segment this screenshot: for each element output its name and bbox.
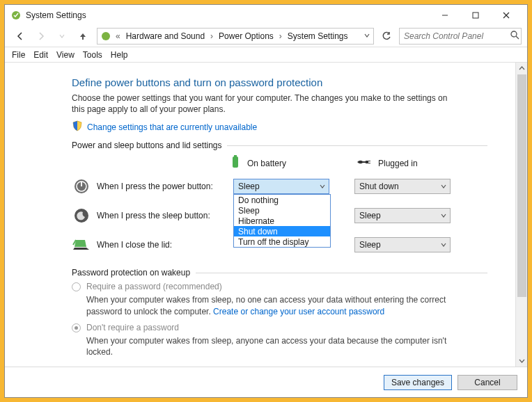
dropdown-list: Do nothing Sleep Hibernate Shut down Tur… xyxy=(233,194,331,248)
dropdown-option[interactable]: Hibernate xyxy=(234,216,330,226)
search-box[interactable] xyxy=(399,28,522,45)
battery-icon xyxy=(230,154,240,172)
svg-rect-10 xyxy=(366,161,368,163)
svg-rect-9 xyxy=(234,155,237,156)
search-input[interactable] xyxy=(402,31,510,42)
chevron-left-icon: « xyxy=(114,31,122,41)
cancel-button[interactable]: Cancel xyxy=(457,375,517,390)
section-title: Password protection on wakeup xyxy=(72,268,190,278)
dropdown-option[interactable]: Do nothing xyxy=(234,195,330,205)
row-label: When I press the power button: xyxy=(97,182,228,191)
col-plugged-in: Plugged in xyxy=(378,159,418,168)
lid-icon xyxy=(72,238,91,252)
menu-bar: File Edit View Tools Help xyxy=(5,47,527,62)
scroll-pane: Define power buttons and turn on passwor… xyxy=(5,62,515,367)
maximize-button[interactable] xyxy=(460,6,491,25)
dropdown-option[interactable]: Turn off the display xyxy=(234,236,330,247)
dropdown-option[interactable]: Sleep xyxy=(234,205,330,216)
minimize-button[interactable] xyxy=(430,6,460,25)
save-button[interactable]: Save changes xyxy=(384,375,452,390)
forward-button[interactable] xyxy=(31,27,51,45)
svg-rect-2 xyxy=(473,13,478,18)
footer: Save changes Cancel xyxy=(5,367,527,397)
menu-edit[interactable]: Edit xyxy=(33,50,48,60)
page-heading: Define power buttons and turn on passwor… xyxy=(72,77,487,88)
divider xyxy=(196,273,487,273)
chevron-down-icon xyxy=(440,211,447,221)
radio-description: When your computer wakes from sleep, no … xyxy=(86,294,448,316)
lid-plugged-select[interactable]: Sleep xyxy=(354,237,451,252)
breadcrumb-icon xyxy=(100,31,111,42)
selected-value: Shut down xyxy=(359,182,399,191)
menu-tools[interactable]: Tools xyxy=(83,50,102,60)
row-label: When I close the lid: xyxy=(97,240,228,250)
scroll-up-icon[interactable] xyxy=(516,63,527,74)
up-button[interactable] xyxy=(73,27,93,45)
svg-line-7 xyxy=(516,36,519,39)
breadcrumb-item[interactable]: System Settings xyxy=(286,31,350,41)
col-on-battery: On battery xyxy=(247,159,286,168)
menu-view[interactable]: View xyxy=(56,50,75,60)
breadcrumb[interactable]: « Hardware and Sound › Power Options › S… xyxy=(97,28,374,45)
window: System Settings « Hardware and Sound › P… xyxy=(4,4,528,398)
change-settings-link[interactable]: Change settings that are currently unava… xyxy=(87,122,257,132)
menu-help[interactable]: Help xyxy=(111,50,128,60)
app-icon xyxy=(10,10,22,21)
radio-label: Don't require a password xyxy=(86,323,179,332)
chevron-down-icon[interactable] xyxy=(363,31,370,41)
scroll-down-icon[interactable] xyxy=(516,355,527,367)
chevron-down-icon xyxy=(440,241,447,250)
sleep-button-plugged-select[interactable]: Sleep xyxy=(354,208,451,223)
svg-rect-8 xyxy=(233,156,238,168)
back-button[interactable] xyxy=(10,27,30,45)
radio-label: Require a password (recommended) xyxy=(86,282,222,291)
svg-line-3 xyxy=(503,13,509,18)
svg-line-4 xyxy=(503,13,509,18)
sleep-button-icon xyxy=(72,207,91,224)
titlebar: System Settings xyxy=(5,5,527,26)
chevron-right-icon: › xyxy=(209,31,214,41)
search-icon[interactable] xyxy=(510,31,519,42)
selected-value: Sleep xyxy=(238,182,260,191)
radio-dont-require-password xyxy=(72,323,81,332)
radio-description: When your computer wakes from sleep, any… xyxy=(86,335,448,357)
divider xyxy=(227,145,487,146)
chevron-right-icon: › xyxy=(278,31,283,41)
radio-require-password xyxy=(72,282,81,291)
shield-icon xyxy=(72,120,83,134)
scrollbar-thumb[interactable] xyxy=(517,74,526,297)
page-intro: Choose the power settings that you want … xyxy=(72,93,462,115)
svg-point-6 xyxy=(511,31,517,37)
vertical-scrollbar[interactable] xyxy=(515,62,527,367)
recent-dropdown[interactable] xyxy=(52,27,72,45)
selected-value: Sleep xyxy=(359,211,381,220)
svg-point-5 xyxy=(102,32,110,40)
breadcrumb-item[interactable]: Hardware and Sound xyxy=(125,31,206,41)
section-title: Power and sleep buttons and lid settings xyxy=(72,140,221,150)
power-button-plugged-select[interactable]: Shut down xyxy=(354,179,451,194)
power-button-icon xyxy=(72,178,91,195)
close-button[interactable] xyxy=(491,6,522,25)
menu-file[interactable]: File xyxy=(12,50,25,60)
power-button-battery-select[interactable]: Sleep Do nothing Sleep Hibernate Shut do… xyxy=(233,179,329,194)
chevron-down-icon xyxy=(440,182,447,192)
refresh-button[interactable] xyxy=(378,28,395,45)
content-area: Define power buttons and turn on passwor… xyxy=(5,62,527,367)
addressbar: « Hardware and Sound › Power Options › S… xyxy=(5,26,527,47)
breadcrumb-item[interactable]: Power Options xyxy=(217,31,275,41)
dropdown-option[interactable]: Shut down xyxy=(234,226,330,236)
window-title: System Settings xyxy=(26,10,86,20)
selected-value: Sleep xyxy=(359,240,381,250)
row-label: When I press the sleep button: xyxy=(97,211,228,220)
chevron-down-icon xyxy=(319,182,326,192)
plug-icon xyxy=(356,157,371,169)
account-password-link[interactable]: Create or change your user account passw… xyxy=(213,307,384,316)
